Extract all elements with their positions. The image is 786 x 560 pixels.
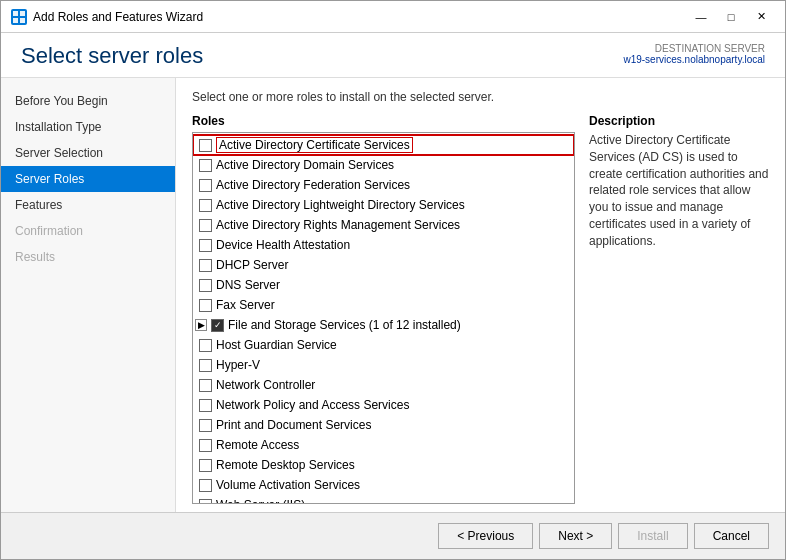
role-checkbox[interactable] <box>211 319 224 332</box>
list-item[interactable]: ▶ File and Storage Services (1 of 12 ins… <box>193 315 574 335</box>
list-item[interactable]: Fax Server <box>193 295 574 315</box>
role-checkbox[interactable] <box>199 419 212 432</box>
role-label: Remote Desktop Services <box>216 458 355 472</box>
role-checkbox[interactable] <box>199 479 212 492</box>
list-item[interactable]: DHCP Server <box>193 255 574 275</box>
wizard-window: Add Roles and Features Wizard — □ ✕ Sele… <box>0 0 786 560</box>
sidebar-item-server-selection[interactable]: Server Selection <box>1 140 175 166</box>
sidebar-item-features[interactable]: Features <box>1 192 175 218</box>
list-item[interactable]: Active Directory Lightweight Directory S… <box>193 195 574 215</box>
role-checkbox[interactable] <box>199 259 212 272</box>
role-label: Network Policy and Access Services <box>216 398 409 412</box>
role-label: Hyper-V <box>216 358 260 372</box>
body-area: Before You Begin Installation Type Serve… <box>1 78 785 512</box>
main-panel: Select one or more roles to install on t… <box>176 78 785 512</box>
role-label: Web Server (IIS) <box>216 498 305 504</box>
role-label: Fax Server <box>216 298 275 312</box>
role-label: Volume Activation Services <box>216 478 360 492</box>
svg-rect-0 <box>13 11 18 16</box>
window-controls: — □ ✕ <box>687 6 775 28</box>
role-label: Device Health Attestation <box>216 238 350 252</box>
roles-desc-area: Roles Active Directory Certificate Serv <box>192 114 769 504</box>
roles-header: Roles <box>192 114 575 128</box>
role-checkbox[interactable] <box>199 219 212 232</box>
list-item[interactable]: Remote Access <box>193 435 574 455</box>
app-icon <box>11 9 27 25</box>
top-bar: Select server roles DESTINATION SERVER w… <box>1 33 785 78</box>
list-item[interactable]: Web Server (IIS) <box>193 495 574 504</box>
window-title: Add Roles and Features Wizard <box>33 10 203 24</box>
role-checkbox[interactable] <box>199 159 212 172</box>
list-item[interactable]: Active Directory Domain Services <box>193 155 574 175</box>
role-checkbox[interactable] <box>199 359 212 372</box>
role-label: Active Directory Lightweight Directory S… <box>216 198 465 212</box>
dest-server-name: w19-services.nolabnoparty.local <box>623 54 765 65</box>
role-checkbox[interactable] <box>199 439 212 452</box>
role-label: DNS Server <box>216 278 280 292</box>
role-label: Active Directory Certificate Services <box>216 137 413 153</box>
list-item[interactable]: Network Controller <box>193 375 574 395</box>
list-item[interactable]: Remote Desktop Services <box>193 455 574 475</box>
sidebar: Before You Begin Installation Type Serve… <box>1 78 176 512</box>
role-checkbox[interactable] <box>199 499 212 505</box>
list-item[interactable]: Host Guardian Service <box>193 335 574 355</box>
role-checkbox[interactable] <box>199 239 212 252</box>
close-button[interactable]: ✕ <box>747 6 775 28</box>
role-label: Print and Document Services <box>216 418 371 432</box>
role-checkbox[interactable] <box>199 339 212 352</box>
role-label: DHCP Server <box>216 258 288 272</box>
sidebar-item-server-roles[interactable]: Server Roles <box>1 166 175 192</box>
maximize-button[interactable]: □ <box>717 6 745 28</box>
main-content: Select server roles DESTINATION SERVER w… <box>1 33 785 512</box>
role-checkbox[interactable] <box>199 299 212 312</box>
list-item[interactable]: Active Directory Rights Management Servi… <box>193 215 574 235</box>
install-button: Install <box>618 523 687 549</box>
list-item[interactable]: Hyper-V <box>193 355 574 375</box>
sidebar-item-results: Results <box>1 244 175 270</box>
list-item[interactable]: Network Policy and Access Services <box>193 395 574 415</box>
previous-button[interactable]: < Previous <box>438 523 533 549</box>
list-item[interactable]: Active Directory Federation Services <box>193 175 574 195</box>
role-label: Remote Access <box>216 438 299 452</box>
list-item[interactable]: DNS Server <box>193 275 574 295</box>
svg-rect-1 <box>20 11 25 16</box>
role-label: Host Guardian Service <box>216 338 337 352</box>
role-checkbox[interactable] <box>199 139 212 152</box>
role-checkbox[interactable] <box>199 199 212 212</box>
role-label: Active Directory Rights Management Servi… <box>216 218 460 232</box>
page-title: Select server roles <box>21 43 203 69</box>
list-item[interactable]: Volume Activation Services <box>193 475 574 495</box>
dest-server-info: DESTINATION SERVER w19-services.nolabnop… <box>623 43 765 65</box>
dest-server-label: DESTINATION SERVER <box>623 43 765 54</box>
role-label: Active Directory Domain Services <box>216 158 394 172</box>
list-item[interactable]: Print and Document Services <box>193 415 574 435</box>
minimize-button[interactable]: — <box>687 6 715 28</box>
sidebar-item-before-you-begin[interactable]: Before You Begin <box>1 88 175 114</box>
sidebar-item-installation-type[interactable]: Installation Type <box>1 114 175 140</box>
sidebar-item-confirmation: Confirmation <box>1 218 175 244</box>
role-checkbox[interactable] <box>199 379 212 392</box>
expand-icon[interactable]: ▶ <box>195 319 207 331</box>
role-checkbox[interactable] <box>199 279 212 292</box>
instruction-text: Select one or more roles to install on t… <box>192 90 769 104</box>
roles-section: Roles Active Directory Certificate Serv <box>192 114 575 504</box>
footer: < Previous Next > Install Cancel <box>1 512 785 559</box>
role-label: Network Controller <box>216 378 315 392</box>
role-label: Active Directory Federation Services <box>216 178 410 192</box>
list-item[interactable]: Active Directory Certificate Services <box>193 135 574 155</box>
list-item[interactable]: Device Health Attestation <box>193 235 574 255</box>
description-section: Description Active Directory Certificate… <box>589 114 769 504</box>
role-checkbox[interactable] <box>199 179 212 192</box>
description-text: Active Directory Certificate Services (A… <box>589 132 769 250</box>
roles-list-container[interactable]: Active Directory Certificate Services Ac… <box>192 132 575 504</box>
svg-rect-3 <box>20 18 25 23</box>
svg-rect-2 <box>13 18 18 23</box>
next-button[interactable]: Next > <box>539 523 612 549</box>
roles-list: Active Directory Certificate Services Ac… <box>193 133 574 504</box>
role-checkbox[interactable] <box>199 399 212 412</box>
role-checkbox[interactable] <box>199 459 212 472</box>
title-bar: Add Roles and Features Wizard — □ ✕ <box>1 1 785 33</box>
role-label: File and Storage Services (1 of 12 insta… <box>228 318 461 332</box>
cancel-button[interactable]: Cancel <box>694 523 769 549</box>
description-header: Description <box>589 114 769 128</box>
